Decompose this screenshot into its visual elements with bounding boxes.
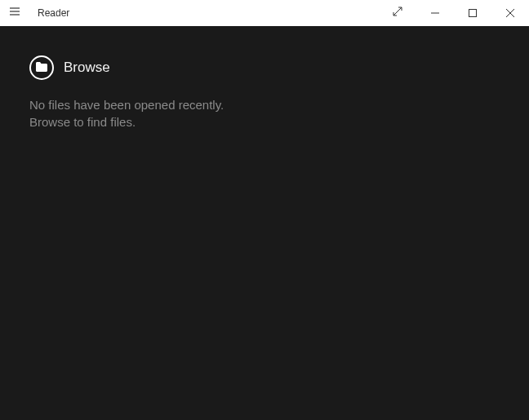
browse-button[interactable]: Browse xyxy=(29,55,500,80)
browse-label: Browse xyxy=(64,60,110,76)
expand-button[interactable] xyxy=(379,0,416,26)
titlebar-left: Reader xyxy=(7,5,69,21)
svg-rect-5 xyxy=(469,10,477,17)
minimize-button[interactable] xyxy=(416,0,454,26)
svg-line-3 xyxy=(393,7,402,15)
titlebar: Reader xyxy=(0,0,529,26)
close-button[interactable] xyxy=(491,0,529,26)
minimize-icon xyxy=(431,6,439,20)
maximize-icon xyxy=(469,6,477,20)
app-title: Reader xyxy=(38,7,69,19)
hamburger-icon xyxy=(9,6,20,20)
maximize-button[interactable] xyxy=(454,0,491,26)
empty-line-2: Browse to find files. xyxy=(29,113,500,130)
browse-icon-circle xyxy=(29,55,54,80)
empty-state-text: No files have been opened recently. Brow… xyxy=(29,96,500,130)
close-icon xyxy=(506,6,514,20)
folder-icon xyxy=(36,60,47,75)
menu-button[interactable] xyxy=(7,5,23,21)
content-area: Browse No files have been opened recentl… xyxy=(0,26,529,420)
window-controls xyxy=(379,0,529,26)
empty-line-1: No files have been opened recently. xyxy=(29,96,500,113)
expand-icon xyxy=(392,6,403,20)
